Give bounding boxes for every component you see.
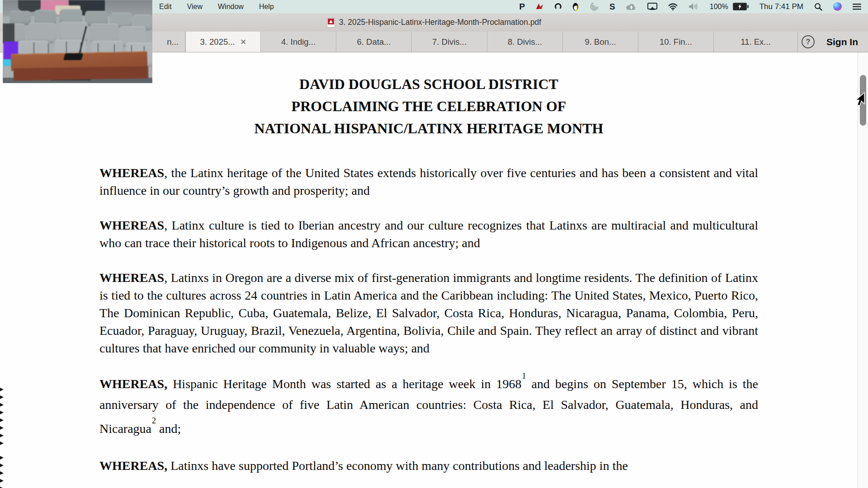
search-icon[interactable] — [814, 2, 822, 12]
password-p-icon[interactable]: P — [519, 2, 525, 12]
help-button[interactable]: ? — [802, 35, 815, 48]
document-title: DAVID DOUGLAS SCHOOL DISTRICT PROCLAIMIN… — [99, 73, 758, 140]
document-paragraph: WHEREAS, Latinxs have supported Portland… — [99, 457, 758, 474]
mouse-cursor — [854, 92, 866, 107]
document-page: DAVID DOUGLAS SCHOOL DISTRICT PROCLAIMIN… — [99, 52, 758, 474]
menu-item-edit[interactable]: Edit — [159, 3, 172, 11]
left-edge-mark — [0, 387, 4, 392]
document-paragraph: WHEREAS, Hispanic Heritage Month was sta… — [99, 371, 758, 440]
tab-label: 11. Ex... — [741, 37, 771, 47]
tab-label: 7. Divis... — [432, 37, 467, 47]
menu-item-window[interactable]: Window — [218, 3, 244, 11]
document-paragraph: WHEREAS, the Latinx heritage of the Unit… — [99, 164, 758, 199]
volume-icon[interactable] — [689, 2, 699, 12]
tab-7-divis[interactable]: 7. Divis... — [412, 32, 487, 52]
tab-label: 10. Fin... — [660, 37, 692, 47]
battery-charging-icon[interactable] — [733, 3, 749, 10]
left-edge-mark — [0, 455, 4, 460]
tab-8-divis[interactable]: 8. Divis... — [487, 32, 563, 52]
siri-icon[interactable] — [833, 2, 842, 12]
penguin-icon[interactable] — [572, 2, 579, 12]
left-edge-mark — [0, 441, 4, 446]
red-wing-icon[interactable] — [536, 2, 544, 12]
tab-label: 9. Bon... — [585, 37, 616, 47]
left-edge-mark — [0, 403, 4, 407]
battery-percent-label: 100% — [710, 3, 728, 11]
openvpn-icon[interactable] — [555, 2, 561, 12]
tab-6-data[interactable]: 6. Data... — [336, 32, 412, 52]
sign-in-button[interactable]: Sign In — [826, 37, 858, 47]
left-edge-mark — [0, 433, 4, 438]
left-edge-mark — [0, 486, 4, 488]
tab-label: n... — [167, 37, 179, 47]
screen: EditViewWindowHelp P S — [0, 0, 868, 488]
menu-bar-status: P S 100% — [519, 0, 862, 13]
tab-label: 3. 2025... — [200, 37, 235, 47]
video-thumbnail[interactable] — [3, 0, 152, 83]
pdf-file-icon — [327, 18, 335, 28]
tab-close-icon[interactable]: × — [241, 37, 246, 47]
tab-label: 4. Indig... — [281, 37, 316, 47]
microphone-base — [63, 53, 83, 60]
menu-bar-clock[interactable]: Thu 7:41 PM — [760, 2, 803, 11]
vertical-scrollbar[interactable] — [858, 52, 868, 488]
left-edge-mark — [0, 479, 4, 483]
window-title: 3. 2025-Hispanic-Latinx-Heritage-Month-P… — [339, 18, 541, 27]
document-body: WHEREAS, the Latinx heritage of the Unit… — [99, 164, 758, 474]
video-chair-leg — [33, 42, 34, 54]
left-edge-mark — [0, 471, 4, 475]
document-title-line: NATIONAL HISPANIC/LATINX HERITAGE MONTH — [99, 117, 758, 140]
tab-bar-extra: ? Sign In — [798, 32, 868, 52]
menu-item-help[interactable]: Help — [259, 3, 274, 11]
left-edge-mark — [0, 418, 4, 422]
left-edge-mark — [0, 463, 4, 468]
tab-3-2025[interactable]: 3. 2025...× — [185, 32, 261, 52]
airplay-icon[interactable] — [647, 2, 657, 12]
tab-10-fin[interactable]: 10. Fin... — [638, 32, 714, 52]
left-edge-mark — [0, 395, 4, 399]
left-edge-mark — [0, 426, 4, 430]
document-title-line: PROCLAIMING THE CELEBRATION OF — [99, 95, 758, 117]
tab-11-ex[interactable]: 11. Ex... — [714, 32, 798, 52]
document-paragraph: WHEREAS, Latinxs in Oregon are a diverse… — [99, 269, 758, 357]
tab-label: 8. Divis... — [508, 37, 542, 47]
meeting-room-scene — [3, 0, 152, 83]
pdf-document-view: DAVID DOUGLAS SCHOOL DISTRICT PROCLAIMIN… — [0, 52, 857, 488]
menu-list-icon[interactable] — [853, 2, 862, 12]
document-paragraph: WHEREAS, Latinx culture is tied to Iberi… — [99, 216, 758, 252]
video-desk-front — [14, 66, 148, 80]
wifi-icon[interactable] — [668, 2, 678, 12]
menu-bar-items: EditViewWindowHelp — [159, 3, 274, 11]
s-app-icon[interactable]: S — [609, 2, 615, 12]
tab-9-bon[interactable]: 9. Bon... — [563, 32, 638, 52]
document-title-line: DAVID DOUGLAS SCHOOL DISTRICT — [99, 73, 758, 95]
video-chair-leg — [66, 42, 67, 53]
left-edge-mark — [0, 410, 4, 415]
cloud-upload-icon[interactable] — [626, 2, 637, 12]
menu-item-view[interactable]: View — [187, 3, 203, 11]
tab-4-indig[interactable]: 4. Indig... — [261, 32, 336, 52]
spiral-icon[interactable] — [590, 2, 599, 12]
video-monitor — [3, 23, 14, 43]
tab-label: 6. Data... — [357, 37, 391, 47]
